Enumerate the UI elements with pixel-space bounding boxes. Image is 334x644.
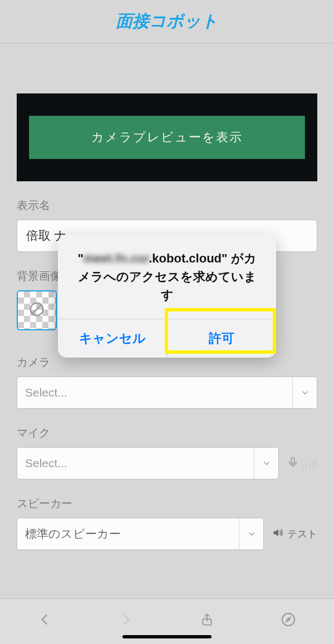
- safari-button[interactable]: [281, 612, 296, 627]
- svg-line-1: [32, 305, 41, 314]
- camera-preview-area: カメラプレビューを表示: [17, 93, 317, 181]
- speaker-select-value: 標準のスピーカー: [25, 526, 121, 542]
- speaker-test-button[interactable]: テスト: [272, 527, 317, 542]
- app-header: 面接コボット: [0, 0, 334, 43]
- speaker-select[interactable]: 標準のスピーカー: [17, 518, 264, 550]
- back-button[interactable]: [38, 612, 52, 627]
- mic-label: マイク: [17, 425, 317, 440]
- background-none-option[interactable]: [17, 290, 57, 330]
- show-camera-preview-button[interactable]: カメラプレビューを表示: [29, 116, 305, 159]
- chevron-down-icon: [254, 448, 278, 479]
- speaker-icon: [272, 527, 284, 542]
- mic-level-indicator: [287, 455, 317, 472]
- mic-icon: [287, 455, 299, 472]
- home-indicator[interactable]: [122, 635, 212, 638]
- svg-point-5: [282, 613, 294, 625]
- dialog-message: "meet.fn.cur.kobot.cloud" がカメラへのアクセスを求めて…: [58, 235, 276, 319]
- mic-select[interactable]: Select...: [17, 447, 279, 479]
- camera-select-value: Select...: [25, 386, 67, 399]
- mic-select-value: Select...: [25, 457, 67, 470]
- no-background-icon: [28, 301, 45, 320]
- camera-select[interactable]: Select...: [17, 377, 317, 409]
- chevron-down-icon: [292, 377, 317, 408]
- chevron-down-icon: [239, 518, 263, 549]
- share-button[interactable]: [200, 611, 214, 628]
- dialog-cancel-button[interactable]: キャンセル: [58, 319, 167, 358]
- app-logo: 面接コボット: [116, 10, 218, 33]
- dialog-allow-button[interactable]: 許可: [168, 319, 277, 358]
- camera-permission-dialog: "meet.fn.cur.kobot.cloud" がカメラへのアクセスを求めて…: [58, 235, 276, 358]
- svg-rect-2: [291, 458, 294, 464]
- forward-button[interactable]: [119, 612, 133, 627]
- speaker-label: スピーカー: [17, 496, 317, 511]
- svg-marker-6: [287, 617, 291, 621]
- display-name-label: 表示名: [17, 198, 317, 213]
- speaker-test-label: テスト: [287, 527, 317, 541]
- mic-level-bars: [302, 458, 317, 469]
